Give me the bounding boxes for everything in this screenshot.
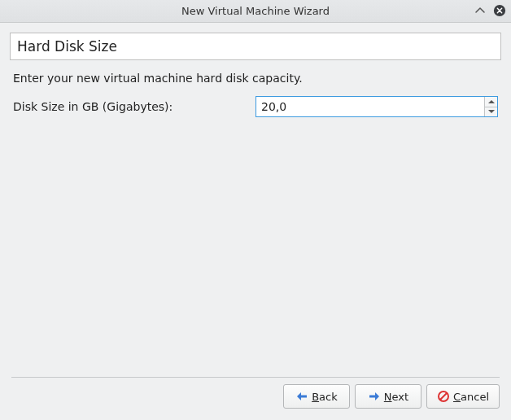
spacer bbox=[10, 117, 501, 377]
arrow-left-icon bbox=[295, 390, 308, 403]
content-area: Hard Disk Size Enter your new virtual ma… bbox=[0, 23, 511, 420]
window-title: New Virtual Machine Wizard bbox=[0, 5, 511, 17]
caret-up-icon bbox=[488, 99, 495, 104]
next-button-label: Next bbox=[384, 391, 408, 403]
cancel-button-label: Cancel bbox=[453, 391, 489, 403]
titlebar-controls bbox=[472, 2, 508, 19]
titlebar: New Virtual Machine Wizard bbox=[0, 0, 511, 23]
disk-size-spinbox[interactable] bbox=[256, 96, 498, 117]
disk-size-label: Disk Size in GB (Gigabytes): bbox=[13, 100, 256, 113]
close-icon bbox=[493, 4, 506, 17]
caret-down-icon bbox=[488, 109, 495, 114]
chevron-up-icon bbox=[474, 4, 487, 17]
cancel-icon bbox=[437, 390, 450, 403]
back-button-label: Back bbox=[312, 391, 338, 403]
page-title: Hard Disk Size bbox=[17, 38, 494, 55]
disk-size-row: Disk Size in GB (Gigabytes): bbox=[13, 96, 498, 117]
spinner-buttons bbox=[484, 97, 497, 116]
arrow-right-icon bbox=[368, 390, 381, 403]
back-button[interactable]: Back bbox=[283, 384, 350, 409]
minimize-button[interactable] bbox=[472, 2, 488, 19]
cancel-button[interactable]: Cancel bbox=[426, 384, 500, 409]
separator bbox=[11, 377, 500, 378]
spinner-up-button[interactable] bbox=[485, 97, 497, 107]
instruction-text: Enter your new virtual machine hard disk… bbox=[13, 72, 498, 85]
wizard-window: New Virtual Machine Wizard Hard Disk Siz… bbox=[0, 0, 511, 420]
next-button[interactable]: Next bbox=[355, 384, 421, 409]
button-row: Back Next Cancel bbox=[10, 384, 501, 410]
spinner-down-button[interactable] bbox=[485, 107, 497, 117]
svg-rect-1 bbox=[300, 396, 307, 398]
disk-size-input[interactable] bbox=[256, 97, 484, 116]
close-button[interactable] bbox=[491, 2, 508, 19]
svg-rect-2 bbox=[369, 396, 376, 398]
page-header: Hard Disk Size bbox=[10, 33, 501, 60]
svg-line-4 bbox=[440, 393, 447, 400]
